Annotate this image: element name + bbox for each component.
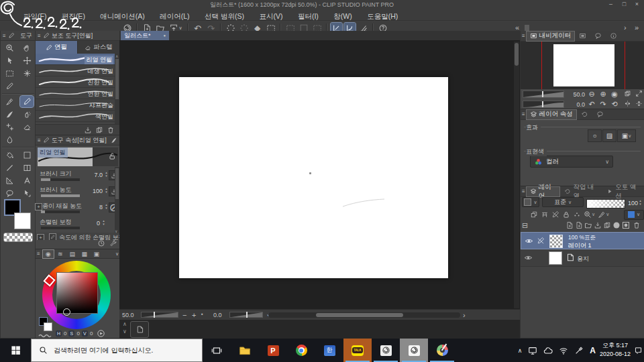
navigator-fit-icon[interactable]: ◉ [609,90,620,99]
subtool-detail-wrench-icon[interactable] [109,239,117,247]
clip-to-layer-below-icon[interactable] [530,210,538,219]
zoom-slider[interactable] [141,312,178,318]
unlock-icon[interactable] [108,152,116,160]
navigator-zoom-slider[interactable] [523,90,564,98]
document-tab[interactable]: 일러스트* ● [121,31,169,40]
panel-menu-icon[interactable]: ≡ [3,33,6,39]
taskbar-clock[interactable]: 오후 5:17 2020-08-12 [596,341,635,359]
delete-layer-icon[interactable] [633,221,641,229]
param-slider[interactable] [41,178,80,181]
menu-file[interactable]: 파일(F) [17,11,52,21]
tab-sub-view[interactable] [576,32,590,41]
blend-tool[interactable] [3,134,16,145]
param-slider[interactable] [41,227,80,229]
navigator-zoom-out-icon[interactable]: ⊖ [586,90,597,99]
sv-marker[interactable] [63,308,70,316]
brush-item-partial[interactable] [36,122,120,123]
maximize-button[interactable]: □ [618,0,631,9]
navigator-rotate-slider[interactable] [523,101,564,108]
text-tool[interactable] [20,175,34,186]
hand-tool[interactable] [20,42,34,54]
zoom-tool[interactable] [3,42,16,54]
layer-color-effect-button[interactable]: ▣∨ [617,129,636,142]
create-mask-icon[interactable] [612,221,621,229]
navigator-expand-icon[interactable] [633,90,644,99]
zoom-in-button[interactable]: + [192,311,196,319]
layer-thumbnail[interactable] [549,251,562,265]
tab-close-dot-icon[interactable]: ● [163,34,166,38]
layer-row-paper[interactable]: 용지 [521,249,644,267]
saturation-value-square[interactable] [56,272,98,314]
import-subtool-icon[interactable] [84,126,92,134]
navigator-preview[interactable] [521,42,644,89]
menu-selection[interactable]: 선택 범위(S) [199,11,250,21]
param-stepper[interactable]: ▴▾ [104,203,109,210]
brush-list-scrollbar[interactable]: ∧∨ [115,54,119,129]
auto-select-tool[interactable] [20,68,34,79]
minimize-button[interactable]: – [604,0,617,9]
chrome-button[interactable] [287,339,315,362]
tab-color-wheel[interactable]: ◉ [43,250,54,258]
menu-edit[interactable]: 편집(E) [56,11,91,21]
tab-color-set[interactable]: ▤ [67,250,78,258]
color-history-icon[interactable] [38,333,52,338]
tab-navigator[interactable]: 내비게이터 [527,32,575,41]
new-vector-layer-icon[interactable] [575,221,583,229]
scroll-right-arrow[interactable]: › [463,311,466,319]
layer-visibility-icon[interactable] [525,237,533,245]
decoration-tool[interactable] [3,121,16,133]
selection-tool[interactable] [3,68,16,79]
tab-history[interactable]: 작업 내역 [561,187,602,196]
combine-to-lower-icon[interactable] [603,221,611,229]
material-panel-button[interactable] [130,321,149,338]
brush-tool[interactable] [3,109,16,120]
brush-item-real-pencil[interactable]: 리얼 연필 [36,54,120,65]
menu-layer[interactable]: 레이어(L) [154,11,195,21]
navigator-rotate-reset-icon[interactable]: ⟲ [609,100,620,109]
panel-menu-icon[interactable]: ≡ [38,33,41,39]
blend-mode-dropdown[interactable]: 표준∨ [542,197,584,207]
canvas[interactable] [179,77,448,278]
gradient-tool[interactable] [20,149,34,161]
enable-mask-icon[interactable] [573,210,581,219]
menu-window[interactable]: 창(W) [327,11,358,21]
palette-color-combo[interactable]: ∨ [522,197,539,207]
param-slider[interactable] [41,194,80,197]
hancom-button[interactable]: 한 [315,339,343,362]
tab-information[interactable] [606,32,621,41]
new-folder-icon[interactable] [584,221,592,229]
panel-menu-icon[interactable]: ≡ [37,251,40,257]
brush-item-darker-pencil[interactable]: 진한 연필 [36,76,120,88]
sub-color-swatch[interactable] [14,213,31,229]
wifi-icon[interactable] [559,346,568,355]
navigator-actual-size-icon[interactable] [622,90,633,99]
paint3d-button[interactable] [428,339,456,362]
action-center-icon[interactable] [634,346,643,355]
layer-list-expand-icon[interactable]: ⊟ [522,221,528,230]
figure-tool[interactable] [3,162,16,174]
transfer-to-lower-icon[interactable] [594,221,602,229]
taskbar-search[interactable]: 검색하려면 여기에 입력하십시오. [31,339,203,362]
panel-menu-icon[interactable]: ≡ [522,188,525,194]
apply-mask-icon[interactable] [622,221,630,229]
border-effect-button[interactable]: ○ [588,129,602,142]
layer-thumbnail[interactable] [549,235,563,248]
expand-param-icon[interactable]: + [35,203,42,210]
tab-balloon[interactable] [593,110,607,119]
eyedropper-tool[interactable] [3,80,16,92]
tone-effect-button[interactable]: ▨ [602,129,616,142]
panel-menu-icon[interactable]: ≡ [522,111,525,117]
brush-item-mechanical-pencil[interactable]: 샤프펜슬 [36,99,120,111]
ruler-tool[interactable] [3,175,16,186]
move-layer-tool[interactable] [20,55,34,66]
panel-menu-icon[interactable]: ≡ [522,33,525,39]
usb-device-icon[interactable] [574,346,584,355]
tray-expand-icon[interactable]: ∧ [518,347,523,354]
tab-intermediate-color[interactable]: ▦ [79,250,90,258]
brush-item-dessin-pencil[interactable]: 데생 연필 [36,65,120,76]
expand-down-icon[interactable]: ∨ [123,328,127,335]
param-slider[interactable] [41,210,80,213]
clip-studio-paint-button[interactable] [400,339,428,362]
navigator-rotate-left-icon[interactable]: ↶ [586,100,597,109]
expand-up-icon[interactable]: ∧ [123,321,127,327]
